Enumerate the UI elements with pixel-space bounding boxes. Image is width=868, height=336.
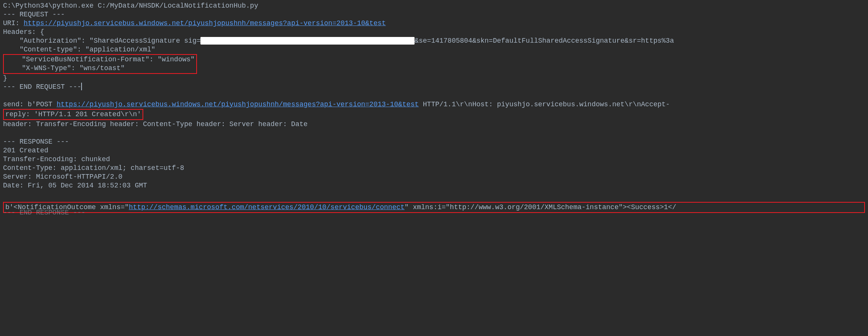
reply-line: reply: 'HTTP/1.1 201 Created\r\n': [5, 110, 141, 119]
send-line: send: b'POST https://piyushjo.servicebus…: [3, 100, 865, 109]
highlight-box-reply: reply: 'HTTP/1.1 201 Created\r\n': [3, 109, 143, 120]
headers-open: Headers: {: [3, 28, 865, 37]
auth-pre: "Authorization": "SharedAccessSignature …: [19, 37, 200, 45]
uri-line: URI: https://piyushjo.servicebus.windows…: [3, 19, 865, 28]
end-response-marker: --- END RESPONSE ---: [3, 208, 865, 217]
end-request-text: --- END REQUEST ---: [3, 83, 81, 91]
send-post: HTTP/1.1\r\nHost: piyushjo.servicebus.wi…: [419, 101, 670, 108]
header-sb-format: "ServiceBusNotification-Format": "window…: [5, 55, 195, 64]
response-server: Server: Microsoft-HTTPAPI/2.0: [3, 173, 865, 181]
header-wns-type: "X-WNS-Type": "wns/toast": [5, 64, 195, 73]
command-line: C:\Python34\python.exe C:/MyData/NHSDK/L…: [3, 2, 865, 10]
response-date: Date: Fri, 05 Dec 2014 18:52:03 GMT: [3, 181, 865, 190]
terminal-output[interactable]: C:\Python34\python.exe C:/MyData/NHSDK/L…: [3, 2, 865, 217]
blank-line-3: [3, 190, 865, 199]
header-content-type: "Content-type": "application/xml": [3, 45, 865, 54]
blank-line: [3, 91, 865, 100]
headers-close: }: [3, 74, 865, 83]
header-authorization: "Authorization": "SharedAccessSignature …: [3, 37, 865, 45]
response-content-type: Content-Type: application/xml; charset=u…: [3, 164, 865, 173]
auth-redacted: G%2FwwkNG6pHNk40fGw92S%2BI7o5w3D=IHSQ/H2…: [200, 37, 415, 45]
highlight-box-headers: "ServiceBusNotification-Format": "window…: [3, 54, 197, 74]
header-summary-line: header: Transfer-Encoding header: Conten…: [3, 120, 865, 129]
request-marker: --- REQUEST ---: [3, 10, 865, 19]
send-pre: send: b'POST: [3, 101, 56, 108]
uri-link[interactable]: https://piyushjo.servicebus.windows.net/…: [24, 19, 386, 27]
blank-line-2: [3, 129, 865, 138]
end-request-marker: --- END REQUEST ---: [3, 83, 865, 91]
response-marker: --- RESPONSE ---: [3, 138, 865, 146]
response-transfer-encoding: Transfer-Encoding: chunked: [3, 155, 865, 164]
uri-label: URI:: [3, 19, 24, 27]
text-cursor: [81, 83, 82, 90]
auth-post: &se=1417805804&skn=DefaultFullSharedAcce…: [415, 37, 674, 45]
send-link[interactable]: https://piyushjo.servicebus.windows.net/…: [56, 101, 419, 108]
response-status: 201 Created: [3, 146, 865, 155]
